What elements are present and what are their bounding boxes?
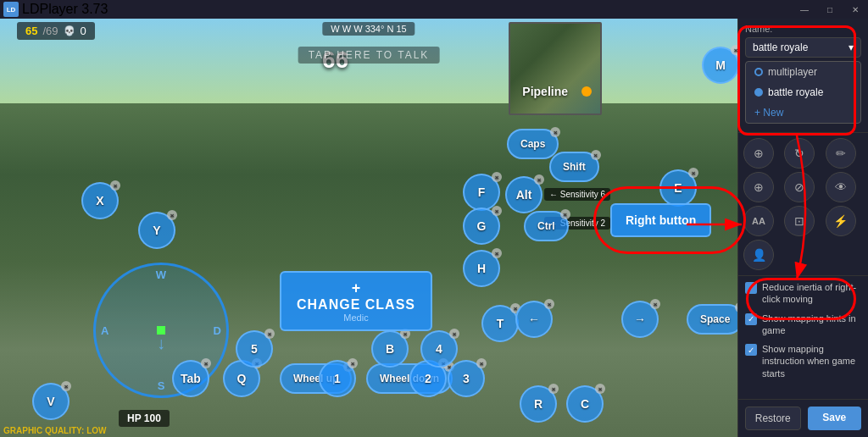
right-button[interactable]: Right button — [610, 203, 711, 237]
key-tab-close[interactable]: × — [201, 358, 211, 368]
profile-multiplayer-label: multiplayer — [768, 66, 817, 78]
titlebar: LD LDPlayer 3.73 — □ ✕ — [0, 0, 868, 19]
crosshair-icon[interactable]: ⊕ — [743, 138, 774, 169]
tap-to-talk[interactable]: TAP HERE TO TALK — [298, 47, 440, 64]
key-e-close[interactable]: × — [688, 168, 698, 178]
joystick-up: W — [156, 268, 166, 281]
restore-button[interactable]: Restore — [745, 407, 801, 430]
key-caps-close[interactable]: × — [550, 127, 560, 137]
change-class-sublabel: Medic — [343, 313, 368, 323]
health-bar: HP 100 — [119, 410, 170, 427]
key-shift-close[interactable]: × — [591, 150, 601, 160]
key-caps[interactable]: ×Caps — [507, 129, 559, 159]
key-c[interactable]: ×C — [566, 385, 604, 423]
pen-icon[interactable]: ✏ — [826, 138, 856, 169]
key-c-close[interactable]: × — [595, 384, 605, 394]
person-icon[interactable]: 👤 — [743, 240, 774, 270]
key-x-close[interactable]: × — [110, 180, 120, 191]
key-4[interactable]: ×4 — [420, 330, 458, 368]
key-t[interactable]: ×T — [481, 305, 519, 342]
key-b[interactable]: ×B — [371, 330, 409, 368]
score-bar: 65 /69 💀 0 — [17, 22, 95, 40]
option-show-instruction: ✓ Show mapping instruction when game sta… — [745, 343, 861, 379]
gfx-quality: GRAPHIC QUALITY: LOW — [3, 426, 106, 435]
monitor-icon[interactable]: ⊡ — [784, 206, 815, 236]
profile-battle-royale-label: battle royale — [768, 86, 823, 98]
joystick-right: D — [214, 324, 221, 337]
joystick-down: S — [158, 379, 165, 392]
key-3-close[interactable]: × — [476, 358, 487, 368]
key-v[interactable]: ×V — [32, 383, 70, 420]
key-tab[interactable]: ×Tab — [172, 360, 209, 397]
option-show-hints: ✓ Show mapping hints in game — [745, 313, 861, 337]
key-ctrl[interactable]: ×Ctrl — [524, 211, 569, 241]
checkbox-reduce-inertia[interactable]: ✓ — [745, 282, 757, 294]
slash-circle-icon[interactable]: ⊘ — [784, 172, 815, 202]
save-button[interactable]: Save — [808, 407, 862, 430]
profile-battle-royale[interactable]: battle royale — [746, 82, 860, 102]
key-v-close[interactable]: × — [61, 381, 71, 391]
key-e[interactable]: ×E — [659, 169, 697, 207]
radio-battle-royale — [754, 88, 763, 97]
radio-multiplayer — [754, 68, 763, 76]
key-ctrl-close[interactable]: × — [560, 209, 570, 219]
option-reduce-inertia-text: Reduce inertia of right-click moving — [762, 281, 861, 306]
key-alt-close[interactable]: × — [534, 174, 544, 185]
change-class-plus: + — [352, 279, 361, 297]
key-arrow-left[interactable]: ×← — [515, 301, 553, 338]
key-h-close[interactable]: × — [492, 248, 502, 258]
key-y-close[interactable]: × — [167, 210, 177, 220]
profile-multiplayer[interactable]: multiplayer — [746, 62, 860, 82]
key-arrow-right-close[interactable]: × — [650, 299, 660, 309]
selected-profile-text: battle royale — [753, 41, 808, 53]
name-dropdown[interactable]: battle royale ▾ — [745, 37, 861, 58]
key-arrow-right[interactable]: ×→ — [621, 301, 659, 338]
key-5-close[interactable]: × — [264, 329, 275, 339]
aa-icon[interactable]: AA — [743, 206, 774, 236]
icon-toolbar: ⊕ ↻ ✏ ⊕ ⊘ 👁 AA ⊡ ⚡ 👤 — [738, 133, 868, 276]
key-5[interactable]: ×5 — [236, 330, 273, 368]
options-section: ✓ Reduce inertia of right-click moving ✓… — [738, 276, 868, 399]
eye-icon[interactable]: 👁 — [826, 172, 856, 202]
key-arrow-left-close[interactable]: × — [544, 299, 554, 309]
rotate-icon[interactable]: ↻ — [784, 138, 815, 169]
key-r[interactable]: ×R — [520, 385, 557, 423]
key-1[interactable]: ×1 — [319, 360, 356, 397]
key-3[interactable]: ×3 — [448, 360, 485, 397]
minimize-button[interactable]: — — [792, 0, 817, 19]
maximize-button[interactable]: □ — [817, 0, 843, 19]
key-1-close[interactable]: × — [348, 358, 358, 368]
key-alt[interactable]: ×Alt — [505, 176, 542, 213]
key-x[interactable]: ×X — [81, 182, 119, 219]
scope-icon[interactable]: ⊕ — [743, 172, 774, 202]
key-y[interactable]: ×Y — [138, 212, 175, 249]
key-g[interactable]: ×G — [463, 207, 500, 245]
add-new-profile[interactable]: + New — [746, 102, 860, 123]
score-max: /69 — [42, 25, 58, 37]
app-title: LDPlayer 3.73 — [22, 2, 108, 17]
key-shift[interactable]: ×Shift — [549, 152, 599, 182]
name-label: Name: — [745, 24, 861, 34]
key-g-close[interactable]: × — [492, 206, 502, 216]
checkbox-show-instruction[interactable]: ✓ — [745, 344, 757, 356]
right-panel: Name: battle royale ▾ multiplayer battle… — [737, 0, 868, 437]
key-m[interactable]: ×M — [702, 47, 737, 84]
window-controls: — □ ✕ — [792, 0, 868, 19]
joystick-left: A — [101, 324, 108, 337]
key-space[interactable]: ×Space — [687, 304, 737, 335]
lightning-icon[interactable]: ⚡ — [826, 206, 856, 236]
key-m-close[interactable]: × — [731, 45, 737, 55]
checkbox-show-hints[interactable]: ✓ — [745, 313, 757, 325]
location-name: Pipeline — [522, 85, 568, 98]
close-button[interactable]: ✕ — [843, 0, 868, 19]
change-class-button[interactable]: + CHANGE CLASS Medic — [280, 271, 432, 331]
score-current: 65 — [25, 25, 37, 37]
minimap — [509, 22, 602, 115]
profile-dropdown: multiplayer battle royale + New — [745, 61, 861, 124]
sensitivity-6: ← Sensitivity 6 — [544, 188, 610, 201]
key-f-close[interactable]: × — [492, 172, 502, 182]
key-h[interactable]: ×H — [463, 250, 500, 287]
chevron-down-icon: ▾ — [849, 41, 854, 53]
key-r-close[interactable]: × — [548, 384, 559, 394]
key-4-close[interactable]: × — [449, 329, 459, 339]
